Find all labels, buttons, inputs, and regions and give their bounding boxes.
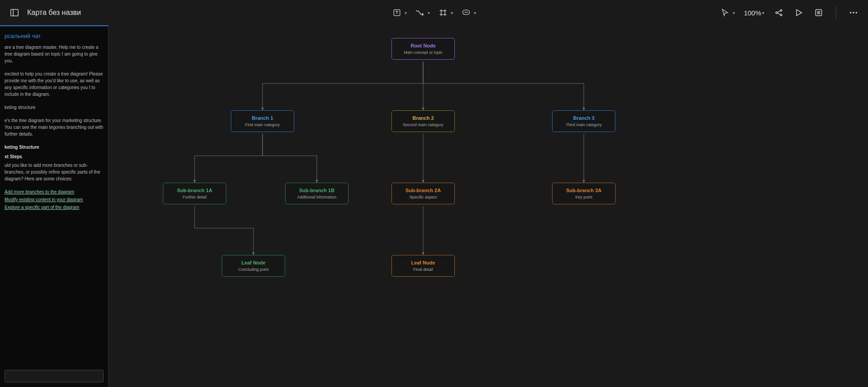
chat-suggestion-link[interactable]: Modify existing content in your diagram — [5, 196, 104, 203]
svg-line-15 — [777, 13, 781, 14]
chat-input[interactable] — [5, 370, 104, 382]
svg-point-9 — [466, 12, 467, 13]
share-button[interactable] — [773, 7, 784, 18]
svg-line-14 — [777, 11, 781, 12]
chat-message: excited to help you create a tree diagra… — [5, 71, 104, 98]
chat-panel-title: рсальний чат — [0, 26, 108, 44]
chevron-down-icon: ▾ — [451, 10, 453, 15]
comment-icon — [461, 8, 471, 18]
node-title: Root Node — [396, 43, 451, 48]
chevron-down-icon: ▾ — [762, 10, 764, 15]
svg-point-11 — [776, 12, 777, 14]
svg-rect-0 — [11, 9, 19, 16]
more-menu-button[interactable] — [848, 7, 859, 18]
diagram-node-root[interactable]: Root NodeMain concept or topic — [391, 38, 455, 60]
share-icon — [774, 8, 783, 17]
node-subtitle: First main category — [235, 123, 290, 127]
chat-heading: keting Structure — [5, 144, 104, 151]
node-title: Sub-branch 1B — [289, 188, 344, 193]
node-subtitle: Further detail — [167, 195, 222, 199]
divider — [836, 6, 836, 19]
chevron-down-icon: ▾ — [405, 10, 407, 15]
svg-point-12 — [780, 9, 782, 11]
frame-tool[interactable]: ▾ — [438, 8, 453, 18]
topbar-left: Карта без назви — [9, 7, 81, 18]
diagram-node-s2a[interactable]: Sub-branch 2ASpecific aspect — [391, 183, 455, 204]
diagram-node-l2[interactable]: Leaf NodeFinal detail — [391, 255, 455, 277]
diagram-node-b3[interactable]: Branch 3Third main category — [552, 110, 615, 132]
node-subtitle: Specific aspect — [396, 195, 451, 199]
node-title: Branch 2 — [396, 115, 451, 121]
node-title: Leaf Node — [226, 260, 281, 265]
svg-marker-16 — [796, 9, 802, 15]
chat-heading: xt Steps — [5, 153, 104, 160]
node-subtitle: Final detail — [396, 267, 451, 272]
chat-message: keting structure — [5, 104, 104, 111]
chevron-down-icon: ▾ — [428, 10, 430, 15]
top-toolbar: Карта без назви ▾ ▾ ▾ ▾ — [0, 0, 868, 25]
node-title: Sub-branch 3A — [556, 188, 611, 193]
connectors-layer — [0, 25, 868, 387]
panel-icon — [10, 8, 19, 18]
panel-toggle-button[interactable] — [9, 7, 20, 18]
chat-body[interactable]: are a tree diagram master. Help me to cr… — [0, 44, 108, 365]
svg-point-8 — [465, 12, 465, 13]
topbar-center-tools: ▾ ▾ ▾ ▾ — [392, 8, 476, 18]
document-title[interactable]: Карта без назви — [27, 9, 81, 17]
node-subtitle: Third main category — [556, 123, 611, 127]
svg-point-23 — [856, 12, 858, 14]
connector-tool[interactable]: ▾ — [415, 8, 430, 18]
node-title: Branch 1 — [235, 115, 290, 121]
list-button[interactable] — [813, 7, 824, 18]
node-subtitle: Additional information — [289, 195, 344, 199]
chevron-down-icon: ▾ — [474, 10, 476, 15]
play-icon — [794, 8, 803, 17]
list-icon — [814, 8, 823, 17]
frame-icon — [438, 8, 448, 18]
text-icon — [392, 8, 402, 18]
diagram-node-b1[interactable]: Branch 1First main category — [231, 110, 294, 132]
diagram-node-l1[interactable]: Leaf NodeConcluding point — [222, 255, 285, 277]
cursor-tool[interactable]: ▾ — [720, 8, 735, 18]
node-title: Branch 3 — [556, 115, 611, 121]
chevron-down-icon: ▾ — [733, 10, 735, 15]
svg-point-10 — [467, 12, 467, 13]
node-subtitle: Main concept or topic — [396, 50, 451, 55]
diagram-node-s1b[interactable]: Sub-branch 1BAdditional information — [285, 183, 348, 204]
play-button[interactable] — [793, 7, 804, 18]
node-subtitle: Key point — [556, 195, 611, 199]
chat-message: are a tree diagram master. Help me to cr… — [5, 44, 104, 64]
diagram-canvas[interactable]: Root NodeMain concept or topicBranch 1Fi… — [0, 25, 868, 387]
zoom-value: 100% — [744, 9, 761, 17]
svg-point-22 — [853, 12, 854, 14]
chat-suggestion-link[interactable]: Add more branches to the diagram — [5, 189, 104, 195]
text-tool[interactable]: ▾ — [392, 8, 407, 18]
svg-point-21 — [850, 12, 852, 14]
diagram-node-s3a[interactable]: Sub-branch 3AKey point — [552, 183, 615, 204]
node-title: Sub-branch 2A — [396, 188, 451, 193]
chat-panel: рсальний чат are a tree diagram master. … — [0, 25, 109, 387]
svg-point-13 — [780, 14, 782, 16]
chat-message: uld you like to add more branches or sub… — [5, 162, 104, 182]
chat-message: e's the tree diagram for your marketing … — [5, 117, 104, 137]
comment-tool[interactable]: ▾ — [461, 8, 476, 18]
node-subtitle: Concluding point — [226, 267, 281, 272]
connector-icon — [415, 8, 425, 18]
chat-suggestion-link[interactable]: Explore a specific part of the diagram — [5, 204, 104, 211]
node-subtitle: Second main category — [396, 123, 451, 127]
node-title: Leaf Node — [396, 260, 451, 265]
diagram-node-s1a[interactable]: Sub-branch 1AFurther detail — [163, 183, 226, 204]
chat-input-wrap — [0, 365, 108, 387]
topbar-right: ▾ 100% ▾ — [720, 6, 859, 19]
dots-icon — [849, 8, 858, 18]
cursor-icon — [720, 8, 730, 18]
node-title: Sub-branch 1A — [167, 188, 222, 193]
diagram-node-b2[interactable]: Branch 2Second main category — [391, 110, 455, 132]
zoom-level[interactable]: 100% ▾ — [744, 9, 764, 17]
